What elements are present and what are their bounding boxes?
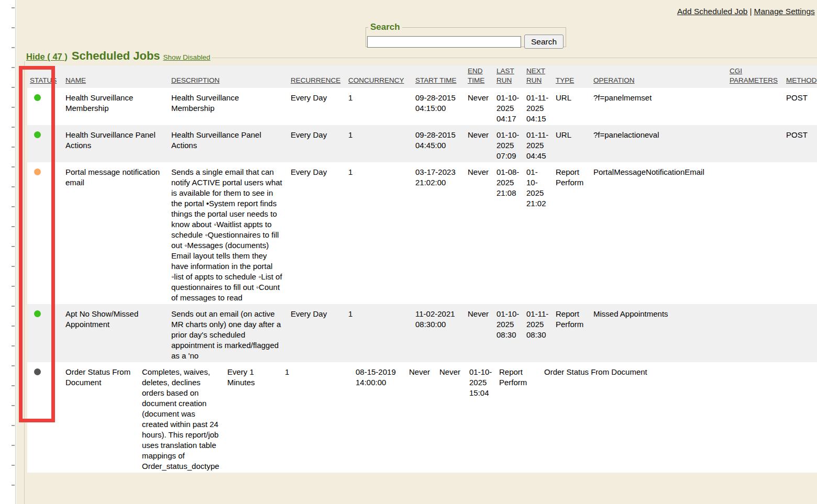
cell-start-time: 09-28-2015 04:15:00 <box>413 88 465 125</box>
cell-description: Completes, waives, deletes, declines ord… <box>139 362 225 473</box>
cell-status <box>27 304 63 362</box>
cell-last-run: 01-08-2025 21:08 <box>494 162 524 304</box>
cell-description: Health Surveillance Panel Actions <box>169 125 288 162</box>
search-panel: Search Search <box>366 22 566 47</box>
cell-start-time: 08-15-2019 14:00:00 <box>353 362 406 473</box>
cell-type: URL <box>553 125 591 162</box>
cell-recurrence: Every Day <box>288 162 346 304</box>
cell-last-run: Never <box>437 362 467 473</box>
splitter-handle-ticks[interactable] <box>12 7 15 504</box>
cell-recurrence: Every Day <box>288 125 346 162</box>
cell-last-run: 01-10-2025 04:17 <box>494 88 524 125</box>
cell-end-time: Never <box>465 162 494 304</box>
search-input[interactable] <box>367 36 521 48</box>
column-header-type[interactable]: TYPE <box>556 76 574 84</box>
cell-method <box>783 304 817 362</box>
column-header-next-run[interactable]: NEXT RUN <box>526 67 545 84</box>
cell-name: Health Surveillance Panel Actions <box>63 125 169 162</box>
cell-next-run: 01-11-2025 08:30 <box>524 304 553 362</box>
show-disabled-link[interactable]: Show Disabled <box>163 53 211 61</box>
cell-cgi-parameters <box>727 125 783 162</box>
column-header-description[interactable]: DESCRIPTION <box>171 76 219 84</box>
table-row: Apt No Show/Missed AppointmentSends out … <box>27 304 817 362</box>
cell-method <box>783 162 817 304</box>
cell-recurrence: Every Day <box>288 304 346 362</box>
cell-method <box>783 362 817 473</box>
cell-concurrency: 1 <box>346 162 413 304</box>
column-header-end-time[interactable]: END TIME <box>468 67 484 84</box>
status-dot-gray <box>34 368 41 375</box>
hide-count-link[interactable]: Hide ( 47 ) <box>26 52 68 61</box>
column-header-cgi-parameters[interactable]: CGI PARAMETERS <box>730 67 778 84</box>
table-row: Portal message notification emailSends a… <box>27 162 817 304</box>
cell-status <box>27 88 63 125</box>
cell-start-time: 03-17-2023 21:02:00 <box>413 162 465 304</box>
cell-status <box>27 125 63 162</box>
scheduled-jobs-table: STATUS NAME DESCRIPTION RECURRENCE CONCU… <box>27 65 817 362</box>
table-row: Health Surveillance Panel ActionsHealth … <box>27 125 817 162</box>
cell-last-run: 01-10-2025 07:09 <box>494 125 524 162</box>
cell-end-time: Never <box>465 125 494 162</box>
cell-cgi-parameters <box>727 304 783 362</box>
search-button[interactable]: Search <box>524 35 564 49</box>
scheduled-jobs-area: STATUS NAME DESCRIPTION RECURRENCE CONCU… <box>27 65 817 473</box>
column-header-start-time[interactable]: START TIME <box>415 76 457 84</box>
cell-method: POST <box>783 88 817 125</box>
status-dot-green <box>34 131 41 138</box>
cell-status <box>27 162 63 304</box>
cell-cgi-parameters <box>727 162 783 304</box>
cell-recurrence: Every Day <box>288 88 346 125</box>
fieldset-top-border <box>212 58 817 58</box>
fieldset-left-border <box>24 61 25 504</box>
cell-recurrence: Every 1 Minutes <box>225 362 282 473</box>
cell-type: Report Perform <box>553 304 591 362</box>
column-header-last-run[interactable]: LAST RUN <box>496 67 514 84</box>
cell-start-time: 09-28-2015 04:45:00 <box>413 125 465 162</box>
scheduled-jobs-table-overflow: Order Status From DocumentCompletes, wai… <box>27 362 817 473</box>
cell-start-time: 11-02-2021 08:30:00 <box>413 304 465 362</box>
cell-type: Report Perform <box>496 362 542 473</box>
top-nav: Add Scheduled Job|Manage Settings <box>677 7 815 16</box>
cell-concurrency: 1 <box>282 362 353 473</box>
cell-name: Order Status From Document <box>63 362 139 473</box>
column-header-operation[interactable]: OPERATION <box>593 76 635 84</box>
status-dot-orange <box>34 169 41 175</box>
cell-concurrency: 1 <box>346 304 413 362</box>
cell-type: URL <box>553 88 591 125</box>
cell-last-run: 01-10-2025 08:30 <box>494 304 524 362</box>
add-scheduled-job-link[interactable]: Add Scheduled Job <box>677 7 747 16</box>
cell-operation: PortalMessageNotificationEmail <box>591 162 727 304</box>
cell-next-run: 01-10-2025 15:04 <box>467 362 496 473</box>
cell-description: Health Surveillance Membership <box>169 88 288 125</box>
search-legend: Search <box>368 22 402 32</box>
cell-concurrency: 1 <box>346 125 413 162</box>
status-dot-green <box>34 94 41 101</box>
cell-end-time: Never <box>465 88 494 125</box>
table-row: Health Surveillance MembershipHealth Sur… <box>27 88 817 125</box>
column-header-status[interactable]: STATUS <box>30 76 57 84</box>
table-header-row: STATUS NAME DESCRIPTION RECURRENCE CONCU… <box>27 65 817 88</box>
table-row: Order Status From DocumentCompletes, wai… <box>27 362 817 473</box>
column-header-method[interactable]: METHOD <box>786 76 817 84</box>
cell-operation: ?f=panelmemset <box>591 88 727 125</box>
cell-description: Sends a single email that can notify ACT… <box>169 162 288 304</box>
cell-status <box>27 362 63 473</box>
cell-cgi-parameters <box>727 88 783 125</box>
cell-name: Portal message notification email <box>63 162 169 304</box>
column-header-concurrency[interactable]: CONCURRENCY <box>348 76 404 84</box>
top-nav-separator: | <box>749 7 752 16</box>
jobs-panel-header: Hide ( 47 )Scheduled JobsShow Disabled <box>26 49 211 63</box>
column-header-recurrence[interactable]: RECURRENCE <box>291 76 340 84</box>
cell-next-run: 01-11-2025 04:15 <box>524 88 553 125</box>
cell-type: Report Perform <box>553 162 591 304</box>
collapsed-sidebar-gutter[interactable] <box>0 0 16 504</box>
column-header-name[interactable]: NAME <box>65 76 86 84</box>
cell-description: Sends out an email (on active MR charts … <box>169 304 288 362</box>
cell-next-run: 01-11-2025 04:45 <box>524 125 553 162</box>
cell-concurrency: 1 <box>346 88 413 125</box>
cell-method: POST <box>783 125 817 162</box>
cell-operation: Missed Appointments <box>591 304 727 362</box>
manage-settings-link[interactable]: Manage Settings <box>754 7 814 16</box>
cell-end-time: Never <box>406 362 437 473</box>
cell-name: Apt No Show/Missed Appointment <box>63 304 169 362</box>
